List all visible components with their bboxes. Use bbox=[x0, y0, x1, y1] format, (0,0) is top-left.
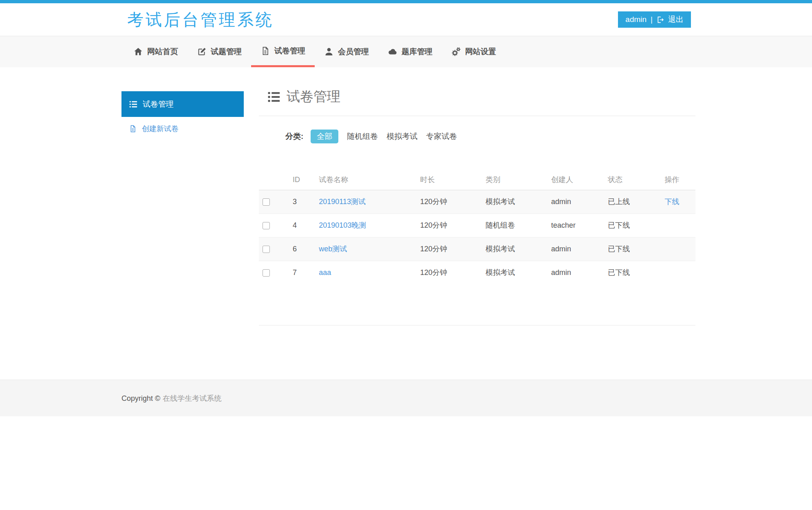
cell-duration: 120分钟 bbox=[417, 261, 483, 285]
sidebar-items: 试卷管理创建新试卷 bbox=[121, 91, 244, 141]
nav-item-label: 网站首页 bbox=[147, 46, 178, 57]
nav-item-label: 试题管理 bbox=[211, 46, 242, 57]
nav-item-label: 试卷管理 bbox=[274, 46, 305, 56]
cell-status: 已上线 bbox=[605, 190, 661, 214]
cell-category: 模拟考试 bbox=[482, 190, 548, 214]
top-accent-bar bbox=[0, 0, 812, 3]
cell-id: 3 bbox=[289, 190, 316, 214]
list-icon bbox=[129, 100, 138, 109]
nav-item-5[interactable]: 题库管理 bbox=[378, 36, 442, 67]
sidebar-item-1[interactable]: 试卷管理 bbox=[121, 91, 244, 117]
exam-name-link[interactable]: aaa bbox=[319, 268, 331, 277]
cloud-icon bbox=[388, 47, 397, 57]
row-checkbox[interactable] bbox=[263, 246, 270, 253]
cell-creator: admin bbox=[548, 237, 605, 261]
exam-name-link[interactable]: 20190103晚测 bbox=[319, 221, 366, 229]
page-title: 试卷管理 bbox=[259, 88, 695, 116]
cell-id: 4 bbox=[289, 214, 316, 237]
cell-creator: teacher bbox=[548, 214, 605, 237]
header: 考试后台管理系统 admin | 退出 bbox=[117, 3, 695, 36]
checkbox-column-header bbox=[259, 169, 289, 190]
filter-options: 全部随机组卷模拟考试专家试卷 bbox=[311, 130, 457, 143]
file-icon bbox=[129, 125, 137, 133]
column-header: 操作 bbox=[661, 169, 695, 190]
column-header: 时长 bbox=[417, 169, 483, 190]
nav-item-label: 网站设置 bbox=[465, 46, 496, 57]
main-content: 试卷管理 分类: 全部随机组卷模拟考试专家试卷 ID试卷名称时长类别创建人状态操… bbox=[259, 88, 695, 325]
cell-duration: 120分钟 bbox=[417, 214, 483, 237]
cell-status: 已下线 bbox=[605, 237, 661, 261]
offline-action-link[interactable]: 下线 bbox=[664, 198, 679, 206]
user-icon bbox=[324, 47, 334, 57]
exam-name-link[interactable]: web测试 bbox=[319, 245, 347, 253]
sidebar: 试卷管理创建新试卷 bbox=[121, 91, 244, 141]
logout-username: admin bbox=[625, 15, 647, 24]
list-icon bbox=[267, 90, 281, 104]
cell-id: 6 bbox=[289, 237, 316, 261]
nav-item-label: 会员管理 bbox=[338, 46, 369, 57]
nav-items: 网站首页试题管理试卷管理会员管理题库管理网站设置 bbox=[117, 36, 695, 67]
filter-option-2[interactable]: 随机组卷 bbox=[347, 131, 378, 142]
table-row: 6web测试120分钟模拟考试admin已下线 bbox=[259, 237, 695, 261]
filter-option-1[interactable]: 全部 bbox=[311, 130, 338, 143]
filter-option-3[interactable]: 模拟考试 bbox=[386, 131, 417, 142]
category-filter: 分类: 全部随机组卷模拟考试专家试卷 bbox=[285, 130, 695, 143]
column-header: 状态 bbox=[605, 169, 661, 190]
exam-table-wrap: ID试卷名称时长类别创建人状态操作 320190113测试120分钟模拟考试ad… bbox=[259, 169, 695, 325]
table-body: 320190113测试120分钟模拟考试admin已上线下线420190103晚… bbox=[259, 190, 695, 285]
column-header: 创建人 bbox=[548, 169, 605, 190]
cell-category: 模拟考试 bbox=[482, 261, 548, 285]
page-title-text: 试卷管理 bbox=[287, 88, 340, 106]
column-header: 类别 bbox=[482, 169, 548, 190]
gears-icon bbox=[451, 47, 461, 57]
nav-item-4[interactable]: 会员管理 bbox=[315, 36, 378, 67]
page-body: 试卷管理创建新试卷 试卷管理 分类: 全部随机组卷模拟考试专家试卷 ID试卷名称… bbox=[117, 67, 695, 380]
cell-creator: admin bbox=[548, 261, 605, 285]
nav-item-1[interactable]: 网站首页 bbox=[124, 36, 188, 67]
logout-label: 退出 bbox=[668, 14, 684, 25]
sidebar-item-2[interactable]: 创建新试卷 bbox=[121, 117, 244, 141]
edit-icon bbox=[197, 47, 207, 57]
exam-name-link[interactable]: 20190113测试 bbox=[319, 198, 366, 206]
file-icon bbox=[260, 46, 270, 56]
signout-icon bbox=[657, 16, 664, 24]
cell-status: 已下线 bbox=[605, 214, 661, 237]
logout-separator: | bbox=[651, 15, 653, 24]
cell-status: 已下线 bbox=[605, 261, 661, 285]
cell-id: 7 bbox=[289, 261, 316, 285]
cell-duration: 120分钟 bbox=[417, 190, 483, 214]
footer-site-name: 在线学生考试系统 bbox=[163, 394, 221, 402]
cell-creator: admin bbox=[548, 190, 605, 214]
nav-item-3[interactable]: 试卷管理 bbox=[251, 36, 315, 67]
main-navbar: 网站首页试题管理试卷管理会员管理题库管理网站设置 bbox=[0, 36, 812, 67]
logout-button[interactable]: admin | 退出 bbox=[618, 11, 691, 28]
sidebar-item-label: 试卷管理 bbox=[143, 99, 174, 110]
cell-category: 模拟考试 bbox=[482, 237, 548, 261]
column-header: ID bbox=[289, 169, 316, 190]
table-row: 320190113测试120分钟模拟考试admin已上线下线 bbox=[259, 190, 695, 214]
row-checkbox[interactable] bbox=[263, 222, 270, 229]
footer: Copyright ©在线学生考试系统 bbox=[0, 380, 812, 416]
table-row: 420190103晚测120分钟随机组卷teacher已下线 bbox=[259, 214, 695, 237]
table-row: 7aaa120分钟模拟考试admin已下线 bbox=[259, 261, 695, 285]
column-header: 试卷名称 bbox=[316, 169, 417, 190]
filter-option-4[interactable]: 专家试卷 bbox=[426, 131, 457, 142]
nav-item-2[interactable]: 试题管理 bbox=[188, 36, 251, 67]
nav-item-6[interactable]: 网站设置 bbox=[442, 36, 505, 67]
exam-table: ID试卷名称时长类别创建人状态操作 320190113测试120分钟模拟考试ad… bbox=[259, 169, 695, 284]
cell-category: 随机组卷 bbox=[482, 214, 548, 237]
home-icon bbox=[133, 47, 143, 57]
table-header-row: ID试卷名称时长类别创建人状态操作 bbox=[259, 169, 695, 190]
app-title: 考试后台管理系统 bbox=[117, 9, 274, 31]
nav-item-label: 题库管理 bbox=[402, 46, 432, 57]
footer-copyright: Copyright © bbox=[121, 394, 160, 402]
filter-label: 分类: bbox=[285, 131, 303, 142]
row-checkbox[interactable] bbox=[263, 198, 270, 206]
cell-duration: 120分钟 bbox=[417, 237, 483, 261]
sidebar-item-label: 创建新试卷 bbox=[142, 124, 179, 134]
row-checkbox[interactable] bbox=[263, 269, 270, 277]
